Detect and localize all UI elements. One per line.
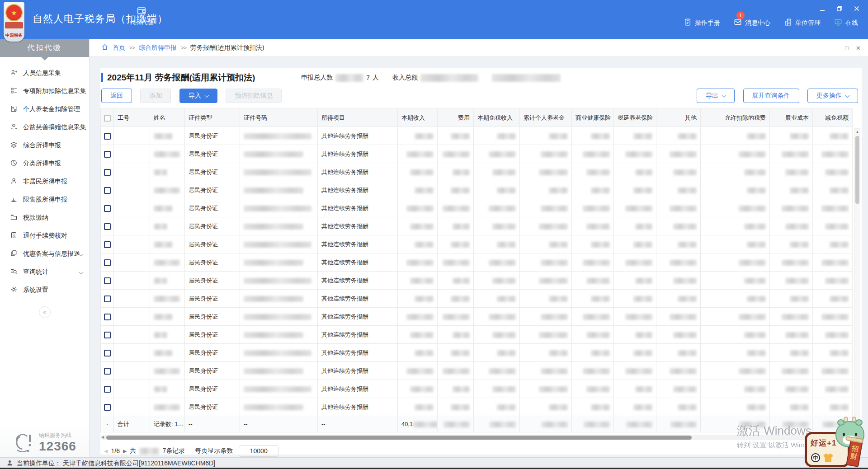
cell-deductible-taxes bbox=[701, 235, 770, 253]
sidebar-item[interactable]: 专项附加扣除信息采集 bbox=[0, 82, 89, 100]
vertical-scrollbar[interactable]: ▲ bbox=[854, 128, 860, 432]
cell-tax-reduction bbox=[813, 344, 853, 362]
cell-cert-number bbox=[240, 163, 318, 181]
row-checkbox[interactable] bbox=[104, 295, 111, 302]
cell-pension bbox=[520, 380, 572, 398]
sidebar-item[interactable]: 查询统计 bbox=[0, 263, 89, 281]
sidebar-item[interactable]: 个人养老金扣除管理 bbox=[0, 100, 89, 118]
horizontal-scrollbar[interactable]: ◀ bbox=[100, 435, 858, 440]
nav-online-status[interactable]: 在线 bbox=[834, 18, 858, 28]
expand-query-button[interactable]: 展开查询条件 bbox=[743, 89, 799, 103]
back-button[interactable]: 返回 bbox=[101, 89, 132, 103]
row-checkbox[interactable] bbox=[104, 241, 111, 248]
row-checkbox[interactable] bbox=[104, 332, 111, 338]
select-all-checkbox[interactable] bbox=[104, 115, 111, 122]
redacted-amount bbox=[678, 296, 697, 302]
mascot-sticker: 好运+1 中 招财 bbox=[805, 421, 865, 468]
sidebar-item[interactable]: 限售股所得申报 bbox=[0, 191, 89, 209]
row-checkbox[interactable] bbox=[104, 187, 111, 194]
row-checkbox[interactable] bbox=[104, 404, 111, 411]
module-tab-withholding[interactable]: 代扣代缴 bbox=[126, 5, 157, 27]
export-button[interactable]: 导出 bbox=[697, 89, 735, 103]
per-page-select[interactable]: 10000 bbox=[239, 445, 278, 457]
redacted-amount bbox=[591, 242, 610, 248]
prev-page-icon[interactable]: ◀ bbox=[104, 448, 108, 454]
cell-cert-type: 居民身份证 bbox=[185, 253, 240, 272]
import-button[interactable]: 导入 bbox=[179, 89, 217, 103]
sidebar-item[interactable]: 优惠备案与信息报送 bbox=[0, 245, 89, 263]
row-checkbox[interactable] bbox=[104, 151, 111, 158]
prefill-deduction-button[interactable]: 预填扣除信息 bbox=[226, 89, 282, 103]
cell-tax-reduction bbox=[813, 290, 853, 308]
vertical-scroll-thumb[interactable] bbox=[855, 136, 859, 204]
cell-cert-number bbox=[240, 217, 318, 235]
cell-pension bbox=[520, 163, 572, 181]
horizontal-scroll-thumb[interactable] bbox=[106, 436, 692, 440]
row-checkbox[interactable] bbox=[104, 259, 111, 266]
declare-count-visible: 7 bbox=[366, 74, 370, 81]
row-checkbox[interactable] bbox=[104, 277, 111, 284]
row-checkbox[interactable] bbox=[104, 223, 111, 230]
nav-org-management[interactable]: 单位管理 bbox=[784, 18, 821, 28]
cell-other bbox=[656, 362, 701, 380]
cell-emp-no bbox=[114, 127, 150, 145]
add-button[interactable]: 添加 bbox=[140, 89, 171, 103]
cell-health-insurance bbox=[572, 235, 614, 253]
table-row: 居民身份证 其他连续劳务报酬 bbox=[101, 380, 853, 398]
redacted-amount bbox=[785, 224, 809, 230]
scroll-up-arrow-icon[interactable]: ▲ bbox=[855, 129, 860, 135]
redacted-amount bbox=[492, 169, 516, 175]
breadcrumb-home[interactable]: 首页 bbox=[113, 44, 125, 52]
row-checkbox[interactable] bbox=[104, 133, 111, 140]
row-checkbox[interactable] bbox=[104, 350, 111, 356]
redacted-amount bbox=[670, 368, 697, 374]
cell-current-income bbox=[398, 163, 438, 181]
minimize-button[interactable] bbox=[818, 5, 826, 13]
sidebar-item[interactable]: 人员信息采集 bbox=[0, 64, 89, 82]
row-checkbox[interactable] bbox=[104, 368, 111, 375]
redacted-amount bbox=[453, 278, 470, 284]
redacted-amount bbox=[591, 133, 610, 139]
per-page-label: 每页显示条数 bbox=[195, 447, 233, 455]
nav-manual[interactable]: 操作手册 bbox=[684, 18, 720, 28]
tab-maximize-icon[interactable]: □ bbox=[845, 45, 849, 51]
sidebar-item-label: 公益慈善捐赠信息采集 bbox=[23, 123, 86, 131]
sidebar-item[interactable]: 非居民所得申报 bbox=[0, 173, 89, 191]
tab-close-icon[interactable]: ✕ bbox=[856, 45, 861, 51]
cell-tax-free-income bbox=[474, 217, 520, 235]
next-page-icon[interactable]: ▶ bbox=[123, 448, 127, 454]
redacted-amount bbox=[739, 260, 766, 266]
sidebar-item[interactable]: 税款缴纳 bbox=[0, 209, 89, 227]
row-checkbox[interactable] bbox=[104, 205, 111, 212]
redacted-amount bbox=[821, 368, 849, 374]
cell-emp-no bbox=[114, 344, 150, 362]
cell-tax-free-income bbox=[474, 308, 520, 326]
redacted-amount bbox=[678, 350, 697, 356]
restore-button[interactable] bbox=[835, 5, 844, 13]
sidebar-item[interactable]: 公益慈善捐赠信息采集 bbox=[0, 118, 89, 136]
table-row: 居民身份证 其他连续劳务报酬 bbox=[101, 253, 853, 272]
row-checkbox[interactable] bbox=[104, 169, 111, 176]
sidebar-item[interactable]: 综合所得申报 bbox=[0, 136, 89, 155]
sidebar-item[interactable]: 分类所得申报 bbox=[0, 155, 89, 173]
sidebar-item[interactable]: 退付手续费核对 bbox=[0, 227, 89, 245]
redacted-cert-number bbox=[244, 314, 311, 320]
sidebar-collapse-button[interactable]: « bbox=[39, 306, 51, 318]
nav-message-center[interactable]: 1 消息中心 bbox=[734, 18, 770, 28]
mascot-blush bbox=[839, 436, 843, 439]
row-checkbox[interactable] bbox=[104, 386, 111, 393]
row-checkbox[interactable] bbox=[104, 314, 111, 320]
scroll-left-arrow-icon[interactable]: ◀ bbox=[101, 435, 104, 440]
person-add-icon bbox=[10, 69, 18, 78]
cell-deferred-pension-insurance bbox=[614, 127, 656, 145]
more-actions-button[interactable]: 更多操作 bbox=[807, 89, 858, 103]
close-button[interactable] bbox=[853, 5, 861, 13]
breadcrumb-level2[interactable]: 综合所得申报 bbox=[139, 44, 177, 52]
cell-fee bbox=[438, 344, 474, 362]
cell-current-income bbox=[398, 272, 438, 290]
redacted-amount bbox=[443, 368, 470, 374]
cell-fee bbox=[438, 235, 474, 253]
sidebar-item[interactable]: 系统设置 bbox=[0, 281, 89, 299]
cell-other bbox=[656, 290, 701, 308]
folder-icon bbox=[10, 213, 18, 222]
